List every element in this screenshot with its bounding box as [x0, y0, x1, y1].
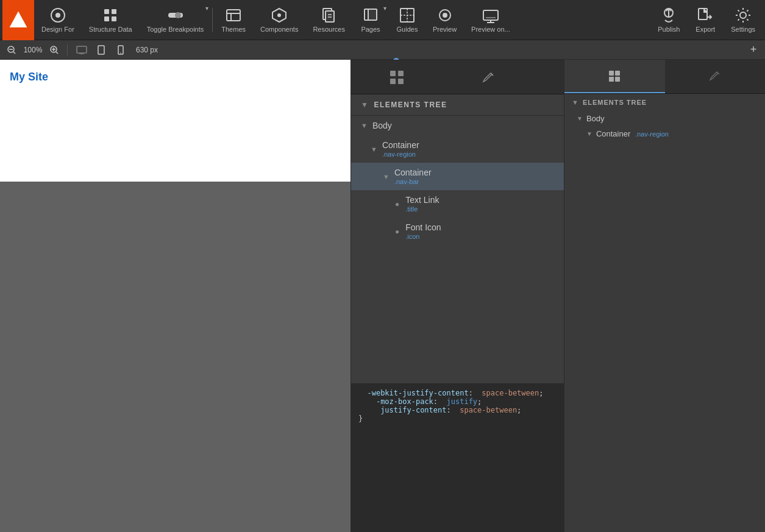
- toolbar-publish[interactable]: Publish: [650, 0, 687, 40]
- right-tree-body[interactable]: ▼ Body: [564, 111, 765, 126]
- css-prop-1: -webkit-justify-content: [367, 389, 468, 397]
- right-panel-tab-edit[interactable]: [665, 60, 766, 93]
- css-line-3: justify-content: space-between;: [358, 406, 564, 414]
- tree-row-text-link-title[interactable]: ● Text Link .title ▾: [351, 190, 564, 218]
- svg-rect-61: [609, 77, 614, 82]
- grid-icon: [389, 69, 405, 85]
- right-panel-tabs: [564, 60, 765, 94]
- zoom-separator: [67, 44, 68, 55]
- svg-rect-15: [326, 11, 334, 22]
- css-val-1: space-between: [482, 389, 539, 397]
- nav-bar-label: Container .nav-bar: [394, 168, 564, 185]
- right-tree-container-nav-region[interactable]: ▼ Container .nav-region: [564, 126, 765, 141]
- toolbar-resources[interactable]: Resources: [305, 0, 352, 40]
- text-link-bullet: ●: [395, 200, 399, 208]
- toolbar-structure-data[interactable]: Structure Data: [82, 0, 140, 40]
- components-icon: [271, 7, 288, 24]
- tree-row-body[interactable]: ▼ Body: [351, 116, 564, 135]
- right-nav-region-text: Container .nav-region: [596, 129, 669, 138]
- right-body-label: Body: [586, 114, 605, 123]
- tree-header-label: ELEMENTS TREE: [374, 101, 447, 109]
- device-mobile-button[interactable]: [113, 43, 129, 57]
- svg-rect-5: [104, 16, 109, 21]
- svg-rect-25: [483, 10, 498, 20]
- toolbar-design-for[interactable]: Design For: [34, 0, 82, 40]
- zoom-out-button[interactable]: [5, 43, 18, 57]
- svg-rect-48: [390, 71, 396, 76]
- svg-rect-45: [98, 46, 104, 54]
- css-panel: -webkit-justify-content: space-between; …: [351, 383, 564, 532]
- preview-icon: [436, 7, 454, 24]
- logo[interactable]: [2, 0, 34, 40]
- svg-line-37: [13, 52, 15, 54]
- svg-rect-49: [398, 71, 404, 76]
- svg-point-47: [120, 52, 121, 54]
- svg-rect-59: [609, 71, 614, 76]
- toolbar-settings[interactable]: Settings: [724, 0, 763, 40]
- tree-row-container-nav-region[interactable]: ▼ Container .nav-region: [351, 135, 564, 163]
- right-tree-header: ▼ ELEMENTS TREE: [564, 94, 765, 111]
- svg-rect-3: [104, 9, 109, 14]
- tree-body-arrow: ▼: [361, 122, 368, 129]
- svg-rect-6: [112, 16, 116, 21]
- right-tree-arrow: ▼: [572, 99, 579, 106]
- device-tablet-button[interactable]: [93, 43, 109, 57]
- svg-rect-31: [699, 9, 707, 20]
- svg-rect-62: [615, 77, 620, 82]
- toolbar-themes[interactable]: Themes: [214, 0, 253, 40]
- tree-body-label: Body: [372, 121, 564, 130]
- css-line-2: -moz-box-pack: justify;: [358, 397, 564, 406]
- edit-pen-icon: [481, 69, 497, 85]
- svg-rect-9: [227, 10, 240, 21]
- svg-point-34: [740, 12, 746, 18]
- guides-icon: [399, 7, 416, 24]
- design-for-icon: [49, 7, 66, 24]
- right-panel-grid-icon: [608, 69, 621, 83]
- css-val-3: space-between: [460, 406, 517, 414]
- toolbar-pages[interactable]: Pages ▾: [352, 0, 389, 40]
- font-icon-bullet: ●: [395, 227, 399, 236]
- font-icon-label: Font Icon .icon: [405, 222, 564, 240]
- svg-point-8: [175, 12, 181, 18]
- toolbar-preview[interactable]: Preview: [425, 0, 464, 40]
- large-tree-header: ▼ ELEMENTS TREE: [351, 94, 564, 116]
- zoom-bar: 100% 630 px +: [0, 40, 765, 60]
- large-panel-tab-tree[interactable]: [351, 60, 443, 94]
- add-element-button[interactable]: +: [747, 43, 760, 57]
- nav-bar-sublabel: .nav-bar: [394, 178, 564, 185]
- right-tree-label: ELEMENTS TREE: [583, 99, 647, 106]
- publish-icon: [660, 7, 677, 24]
- toolbar-export[interactable]: Export: [687, 0, 724, 40]
- svg-line-41: [56, 52, 58, 54]
- large-panel-tab-inspect[interactable]: [535, 60, 564, 94]
- text-link-sublabel: .title: [405, 205, 564, 213]
- nav-region-label: Container .nav-region: [382, 140, 564, 158]
- right-panel-tab-tree[interactable]: [564, 60, 665, 93]
- large-elements-panel: ⚙ ▼ ELEMENTS TREE ▼ Body ▼: [350, 60, 564, 532]
- nav-region-arrow: ▼: [371, 146, 377, 153]
- svg-rect-42: [77, 46, 87, 53]
- svg-point-24: [443, 13, 447, 18]
- tree-row-container-nav-bar[interactable]: ▼ Container .nav-bar 🗑 ▾: [351, 163, 564, 190]
- toolbar-guides[interactable]: Guides: [389, 0, 425, 40]
- canvas-site-name: My Site: [10, 71, 48, 83]
- export-icon: [697, 7, 714, 24]
- tree-row-font-icon[interactable]: ● Font Icon .icon: [351, 218, 564, 245]
- tree-empty-space: [351, 245, 564, 383]
- svg-rect-4: [112, 9, 116, 14]
- top-toolbar: Design For Structure Data Toggle Breakpo…: [0, 0, 765, 40]
- large-tree-body: ▼ Body ▼ Container .nav-region ▼: [351, 116, 564, 245]
- settings-icon: [735, 7, 752, 24]
- svg-point-2: [55, 13, 60, 18]
- toolbar-preview-on[interactable]: Preview on...: [464, 0, 518, 40]
- device-desktop-button[interactable]: [74, 43, 90, 57]
- toolbar-toggle-breakpoints[interactable]: Toggle Breakpoints ▾: [140, 0, 212, 40]
- css-val-2: justify: [447, 397, 478, 406]
- themes-icon: [225, 7, 242, 24]
- large-panel-tab-edit[interactable]: [443, 60, 535, 94]
- nav-bar-arrow: ▼: [383, 173, 390, 180]
- zoom-in-button[interactable]: [48, 43, 61, 57]
- toolbar-components[interactable]: Components: [253, 0, 305, 40]
- toggle-breakpoints-icon: [167, 7, 184, 24]
- zoom-level: 100%: [22, 46, 44, 54]
